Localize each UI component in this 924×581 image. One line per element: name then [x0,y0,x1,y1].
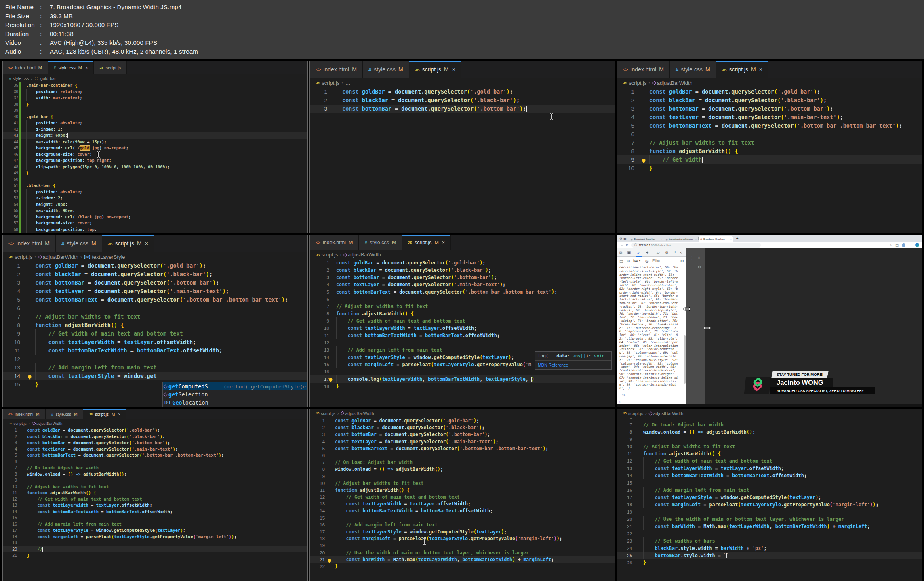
settings-gear-icon[interactable]: ⚙ [665,250,669,255]
html-file-icon: <> [8,66,13,70]
tab-index.html[interactable]: <>index.htmlM [3,61,48,74]
code-area[interactable]: 1const goldBar = document.querySelector(… [310,88,615,113]
tab-style.css[interactable]: #style.cssM [46,409,84,419]
more-menu-icon[interactable]: ⋮ [673,250,677,255]
context-selector[interactable]: top ▾ [633,258,640,262]
reload-icon[interactable]: ⟳ [626,243,629,247]
breadcrumb-item[interactable]: adjustBarWidth [653,411,684,416]
code-area[interactable]: 67// On Load: Adjust bar width8window.on… [617,414,922,566]
browser-profile-icon[interactable]: ⚙ [619,237,622,241]
code-area[interactable]: 1const goldBar = document.querySelector(… [3,262,307,389]
browser-tab[interactable]: ◉Broadcast Graphics× [629,236,664,242]
breadcrumb-item[interactable]: script.js [321,411,335,416]
tab-style.css[interactable]: #style.cssM [363,61,409,78]
add-icon[interactable]: + [646,250,648,255]
close-icon[interactable]: × [680,250,682,255]
copilot-icon[interactable] [915,243,919,247]
tab-index.html[interactable]: <>index.htmlM [310,61,363,78]
clear-console-icon[interactable]: ⊘ [627,259,630,263]
browser-tab[interactable]: ◉Broadcast Graphics× [699,236,733,242]
eye-icon[interactable]: ◎ [645,259,649,263]
console-settings-icon[interactable]: ⚙ [680,259,684,263]
close-icon[interactable]: × [730,238,732,240]
breadcrumb-item[interactable]: adjustBarWidth [36,421,62,426]
tab-script.js[interactable]: JSscript.js [94,61,127,74]
close-icon[interactable]: × [661,238,662,240]
tab-index.html[interactable]: <>index.htmlM [310,235,359,250]
tab-index.html[interactable]: <>index.htmlM [617,61,670,78]
tab-index.html[interactable]: <>index.htmlM [3,409,46,419]
lightbulb-icon[interactable] [642,157,646,165]
vscode-editor-frame-p2: <>index.htmlM#style.cssMJSscript.jsM×JSs… [309,61,615,233]
breadcrumb-item[interactable]: script.js [322,252,338,258]
code-line: 40.gold-bar { [3,114,307,120]
suggestion-item[interactable]: getSelection [163,390,307,399]
tab-script.js[interactable]: JSscript.jsM× [402,235,451,250]
browser-tab[interactable]: ◉broadcast-graphics/gold.jpg× [664,236,698,242]
extension-icon[interactable]: ◫ [895,243,899,247]
close-icon[interactable]: × [695,238,697,240]
breadcrumb-item[interactable]: script.js [14,421,27,426]
share-icon[interactable]: ▱ [657,250,660,255]
css-file-icon: # [676,67,678,73]
breadcrumb-item[interactable]: adjustBarWidth [43,254,78,260]
close-icon[interactable]: × [442,240,445,245]
breadcrumb-item[interactable]: adjustBarWidth [657,80,692,86]
file-info-label: Video [5,38,40,47]
mdn-reference-link[interactable]: MDN Reference [535,361,611,369]
close-icon[interactable]: × [452,66,455,73]
tab-index.html[interactable]: <>index.htmlM [3,235,56,252]
file-info-row: Audio:AAC, 128 kb/s (CBR), 48.0 kHz, 2 c… [5,47,924,56]
tab-script.js[interactable]: JSscript.jsM× [83,409,126,419]
back-icon[interactable]: ← [620,243,624,247]
tab-style.css[interactable]: #style.cssM [670,61,716,78]
close-icon[interactable]: × [85,65,88,70]
tab-style.css[interactable]: #style.cssM [56,235,102,252]
code-area[interactable]: 1const goldBar = document.querySelector(… [3,427,307,559]
breadcrumb-item[interactable]: script.js [322,80,339,86]
more-tabs-icon[interactable]: » [637,250,640,255]
browser-window-icon[interactable]: ▣ [623,237,627,241]
code-area[interactable]: 1const goldBar = document.querySelector(… [310,417,615,570]
line-number: 13 [3,363,20,372]
breadcrumb-item[interactable]: textLayerStyle [92,254,125,260]
suggestion-item[interactable]: [@]Geolocation [163,399,307,407]
code-area[interactable]: 35.main-bar-container {36 position: rela… [3,82,307,233]
tab-script.js[interactable]: JSscript.jsM× [102,235,154,252]
breadcrumb-item[interactable]: style.css [13,76,29,81]
device-toolbar-icon[interactable]: ▣ [627,250,631,255]
tab-script.js[interactable]: JSscript.jsM× [716,61,768,78]
tab-style.css[interactable]: #style.cssM [359,235,402,250]
menu-icon[interactable]: ⋯ [909,243,912,247]
tab-style.css[interactable]: #style.cssM× [48,61,94,74]
filter-input[interactable]: Filter [652,258,660,262]
line-number: 10 [617,443,632,450]
scrollbar[interactable] [684,335,686,384]
close-icon[interactable]: × [145,240,148,247]
suggestion-item[interactable]: getComputedS…(method) getComputedStyle(e [163,382,307,390]
inspect-icon[interactable]: ⧉ [619,250,622,255]
bookmark-icon[interactable]: ☆ [889,243,892,247]
breadcrumb-item[interactable]: … [345,80,351,86]
console-sidebar-icon[interactable]: ▤ [619,259,623,263]
new-tab-icon[interactable]: + [736,236,739,241]
breadcrumb-item[interactable]: script.js [15,254,32,260]
console-prompt[interactable]: › [619,400,621,404]
code-area[interactable]: 1const goldBar = document.querySelector(… [617,88,922,172]
breadcrumb-item[interactable]: adjustBarWidth [345,411,374,416]
console-toolbar: ▤ ⊘ top ▾ ◎ Filter ⚙ [617,257,686,265]
profile-avatar[interactable] [902,243,905,247]
tab-label: style.css [59,65,76,70]
close-icon[interactable]: × [118,412,120,417]
breadcrumb-item[interactable]: script.js [628,411,643,416]
lightbulb-icon[interactable] [328,377,333,384]
breadcrumb-item[interactable]: script.js [629,80,646,86]
tab-script.js[interactable]: JSscript.jsM× [409,61,461,78]
lightbulb-icon[interactable] [27,374,32,381]
url-field[interactable]: ⓘ127.0.0.1:5500/index.html [631,243,761,248]
breadcrumb-item[interactable]: adjustBarWidth [348,252,381,258]
code-area[interactable]: 1const goldBar = document.querySelector(… [310,259,615,390]
close-icon[interactable]: × [759,66,762,73]
lightbulb-icon[interactable] [327,558,332,565]
breadcrumb-item[interactable]: .gold-bar [39,76,56,81]
